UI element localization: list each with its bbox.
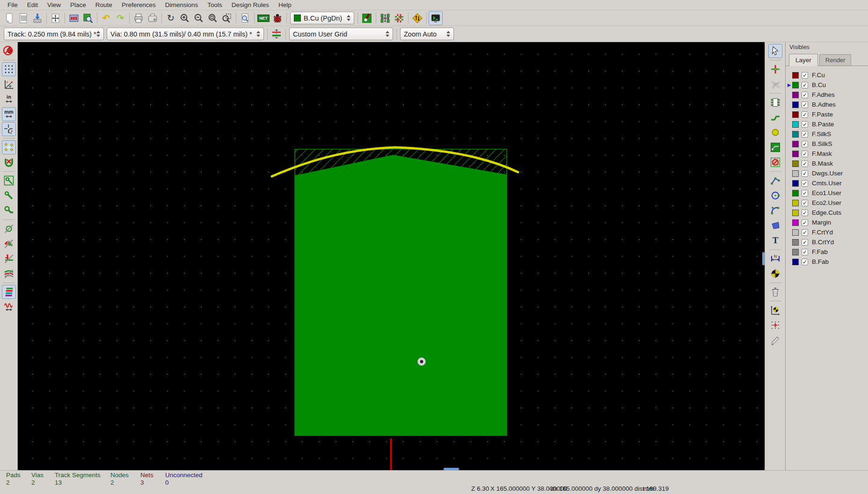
layer-color-swatch[interactable] <box>792 190 799 196</box>
tab-layer[interactable]: Layer <box>789 54 818 66</box>
layer-color-swatch[interactable] <box>792 180 799 187</box>
plot-button[interactable] <box>146 11 160 25</box>
layer-row-f-cu[interactable]: ✓F.Cu <box>786 70 868 80</box>
menu-dimensions[interactable]: Dimensions <box>160 0 203 9</box>
layer-visibility-checkbox[interactable]: ✓ <box>802 151 808 157</box>
layer-row-b-cu[interactable]: ▶✓B.Cu <box>786 80 868 90</box>
layer-color-swatch[interactable] <box>792 170 799 177</box>
layer-manager-toggle-button[interactable] <box>360 11 374 25</box>
add-keepout-button[interactable] <box>768 155 782 169</box>
track-display-mode-button[interactable] <box>2 189 16 203</box>
track-mode-button[interactable] <box>392 11 406 25</box>
layer-color-swatch[interactable] <box>792 229 799 236</box>
add-arc-button[interactable] <box>768 203 782 218</box>
menu-place[interactable]: Place <box>66 0 91 9</box>
layer-row-b-adhes[interactable]: ✓B.Adhes <box>786 100 868 109</box>
layer-selector[interactable]: B.Cu (PgDn) <box>290 12 354 24</box>
auto-track-width-button[interactable] <box>270 27 284 41</box>
layer-color-swatch[interactable] <box>792 249 799 255</box>
layer-row-eco2-user[interactable]: ✓Eco2.User <box>786 198 868 208</box>
spinner-icon[interactable] <box>347 15 350 21</box>
copper-zone-fill[interactable] <box>295 155 507 436</box>
menu-help[interactable]: Help <box>274 0 296 9</box>
layer-visibility-checkbox[interactable]: ✓ <box>802 102 808 108</box>
add-via-button[interactable] <box>768 125 782 139</box>
layer-visibility-checkbox[interactable]: ✓ <box>802 160 808 167</box>
measure-button[interactable] <box>768 333 782 347</box>
vertical-scrollbar-thumb[interactable] <box>762 252 765 265</box>
menu-route[interactable]: Route <box>91 0 117 9</box>
netlist-button[interactable]: NET <box>256 11 270 25</box>
layer-row-eco1-user[interactable]: ✓Eco1.User <box>786 188 868 198</box>
grid-selector[interactable]: Custom User Grid <box>289 28 393 40</box>
menu-file[interactable]: File <box>3 0 22 9</box>
via-display-mode-button[interactable] <box>2 203 16 218</box>
layer-color-swatch[interactable] <box>792 111 799 118</box>
set-grid-origin-button[interactable] <box>768 318 782 332</box>
add-graphic-line-button[interactable] <box>768 174 782 188</box>
polar-coords-button[interactable]: rφ <box>2 77 16 91</box>
units-mm-button[interactable]: mm <box>2 107 16 121</box>
local-ratsnest-button[interactable] <box>768 77 782 91</box>
layer-row-f-paste[interactable]: ✓F.Paste <box>786 109 868 119</box>
tab-render[interactable]: Render <box>819 54 852 65</box>
layer-row-f-fab[interactable]: ✓F.Fab <box>786 247 868 257</box>
units-inch-button[interactable]: in <box>2 92 16 106</box>
layer-row-dwgs-user[interactable]: ✓Dwgs.User <box>786 168 868 178</box>
via-size-selector[interactable]: Via: 0.80 mm (31.5 mils)/ 0.40 mm (15.7 … <box>107 28 264 40</box>
layer-color-swatch[interactable] <box>792 210 799 216</box>
menu-tools[interactable]: Tools <box>203 0 227 9</box>
layer-row-f-silks[interactable]: ✓F.SilkS <box>786 129 868 139</box>
spinner-icon[interactable] <box>446 31 450 37</box>
save-board-button[interactable] <box>30 11 44 25</box>
track-sketch-button[interactable] <box>2 252 16 266</box>
grid-visibility-button[interactable] <box>2 62 16 76</box>
spinner-icon[interactable] <box>96 31 100 37</box>
layer-row-b-crtyd[interactable]: ✓B.CrtYd <box>786 237 868 247</box>
module-editor-button[interactable] <box>67 11 81 25</box>
layer-visibility-checkbox[interactable]: ✓ <box>802 72 808 79</box>
layer-row-edge-cuts[interactable]: ✓Edge.Cuts <box>786 208 868 218</box>
menu-design-rules[interactable]: Design Rules <box>227 0 274 9</box>
add-text-button[interactable]: T <box>768 233 782 247</box>
microwave-tools-button[interactable] <box>2 300 16 314</box>
layer-visibility-checkbox[interactable]: ✓ <box>802 229 808 236</box>
find-button[interactable] <box>238 11 252 25</box>
add-footprint-button[interactable] <box>768 95 782 109</box>
layer-row-b-paste[interactable]: ✓B.Paste <box>786 119 868 129</box>
layer-color-swatch[interactable] <box>792 219 799 226</box>
redo-button[interactable]: ↷ <box>113 11 127 25</box>
page-settings-button[interactable] <box>49 11 63 25</box>
layer-color-swatch[interactable] <box>792 82 799 88</box>
layer-visibility-checkbox[interactable]: ✓ <box>802 141 808 147</box>
footprint-browser-button[interactable] <box>81 11 95 25</box>
zoom-out-button[interactable] <box>192 11 206 25</box>
layer-row-f-mask[interactable]: ✓F.Mask <box>786 149 868 159</box>
footprint-mode-button[interactable] <box>378 11 392 25</box>
new-board-button[interactable] <box>2 11 16 25</box>
layer-color-swatch[interactable] <box>792 259 799 265</box>
add-zone-button[interactable] <box>768 140 782 154</box>
layer-row-cmts-user[interactable]: ✓Cmts.User <box>786 178 868 188</box>
menu-view[interactable]: View <box>43 0 66 9</box>
highlight-net-button[interactable] <box>768 62 782 76</box>
track-segment[interactable] <box>390 438 392 470</box>
zoom-selector[interactable]: Zoom Auto <box>400 28 454 40</box>
layer-visibility-checkbox[interactable]: ✓ <box>802 200 808 206</box>
menu-edit[interactable]: Edit <box>22 0 43 9</box>
layer-visibility-checkbox[interactable]: ✓ <box>802 210 808 216</box>
module-ratsnest-button[interactable] <box>2 155 16 169</box>
layer-row-margin[interactable]: ✓Margin <box>786 218 868 227</box>
pad-sketch-button[interactable] <box>2 237 16 251</box>
layer-row-b-mask[interactable]: ✓B.Mask <box>786 159 868 168</box>
layer-row-f-adhes[interactable]: ✓F.Adhes <box>786 90 868 100</box>
layer-color-swatch[interactable] <box>792 141 799 147</box>
layer-color-swatch[interactable] <box>792 200 799 206</box>
layer-visibility-checkbox[interactable]: ✓ <box>802 180 808 187</box>
set-offset-origin-button[interactable] <box>768 303 782 317</box>
layer-row-b-fab[interactable]: ✓B.Fab <box>786 257 868 267</box>
layer-row-b-silks[interactable]: ✓B.SilkS <box>786 139 868 149</box>
zoom-fit-button[interactable] <box>206 11 220 25</box>
redraw-view-button[interactable]: ↻ <box>164 11 178 25</box>
drc-button[interactable] <box>270 11 284 25</box>
